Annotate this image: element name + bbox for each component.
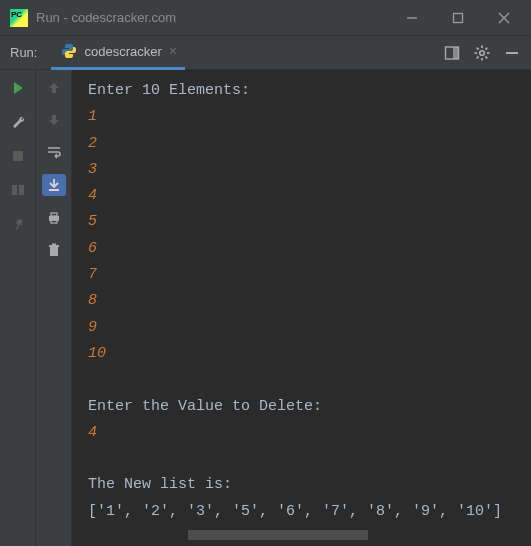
prompt-enter: Enter 10 Elements: (88, 82, 259, 99)
svg-line-14 (477, 56, 479, 58)
result-label: The New list is: (88, 476, 241, 493)
titlebar: Run - codescracker.com (0, 0, 531, 36)
svg-line-11 (477, 47, 479, 49)
prompt-delete: Enter the Value to Delete: (88, 398, 331, 415)
svg-rect-24 (52, 244, 56, 246)
input-line: 1 (88, 108, 97, 125)
down-arrow-icon[interactable] (44, 110, 64, 130)
run-tab[interactable]: codescracker × (51, 36, 185, 70)
result-value: ['1', '2', '3', '5', '6', '7', '8', '9',… (88, 503, 502, 520)
hide-button[interactable] (499, 40, 525, 66)
pycharm-icon (10, 9, 28, 27)
wrench-button[interactable] (8, 112, 28, 132)
layout-button[interactable] (439, 40, 465, 66)
maximize-button[interactable] (435, 0, 481, 36)
scroll-to-end-button[interactable] (42, 174, 66, 196)
svg-rect-17 (12, 185, 17, 195)
tab-name: codescracker (84, 44, 161, 59)
layout-icon[interactable] (8, 180, 28, 200)
svg-rect-18 (19, 185, 24, 195)
up-arrow-icon[interactable] (44, 78, 64, 98)
tab-close-icon[interactable]: × (169, 44, 177, 58)
input-line: 8 (88, 292, 97, 309)
svg-rect-20 (51, 213, 57, 216)
input-line: 6 (88, 240, 97, 257)
input-line: 2 (88, 135, 97, 152)
input-line: 5 (88, 213, 97, 230)
input-line: 9 (88, 319, 97, 336)
soft-wrap-button[interactable] (44, 142, 64, 162)
svg-rect-16 (13, 151, 23, 161)
gutter-left (0, 70, 36, 546)
svg-point-6 (480, 50, 485, 55)
svg-rect-22 (50, 247, 58, 256)
run-label: Run: (0, 45, 51, 60)
python-icon (61, 43, 77, 59)
trash-button[interactable] (44, 240, 64, 260)
horizontal-scrollbar[interactable] (88, 530, 488, 540)
stop-button[interactable] (8, 146, 28, 166)
svg-line-13 (486, 47, 488, 49)
delete-value: 4 (88, 424, 97, 441)
run-tabbar: Run: codescracker × (0, 36, 531, 70)
rerun-button[interactable] (8, 78, 28, 98)
input-line: 3 (88, 161, 97, 178)
close-button[interactable] (481, 0, 527, 36)
run-content: Enter 10 Elements: 1 2 3 4 5 6 7 8 9 10 … (0, 70, 531, 546)
input-line: 7 (88, 266, 97, 283)
minimize-button[interactable] (389, 0, 435, 36)
window-title: Run - codescracker.com (36, 10, 389, 25)
settings-button[interactable] (469, 40, 495, 66)
print-button[interactable] (44, 208, 64, 228)
svg-line-12 (486, 56, 488, 58)
input-line: 10 (88, 345, 106, 362)
gutter-secondary (36, 70, 72, 546)
svg-rect-5 (453, 47, 459, 59)
scrollbar-thumb[interactable] (188, 530, 368, 540)
console-output[interactable]: Enter 10 Elements: 1 2 3 4 5 6 7 8 9 10 … (72, 70, 531, 546)
svg-rect-21 (51, 220, 57, 223)
input-line: 4 (88, 187, 97, 204)
svg-rect-1 (454, 13, 463, 22)
pin-button[interactable] (8, 214, 28, 234)
svg-rect-23 (49, 245, 59, 247)
